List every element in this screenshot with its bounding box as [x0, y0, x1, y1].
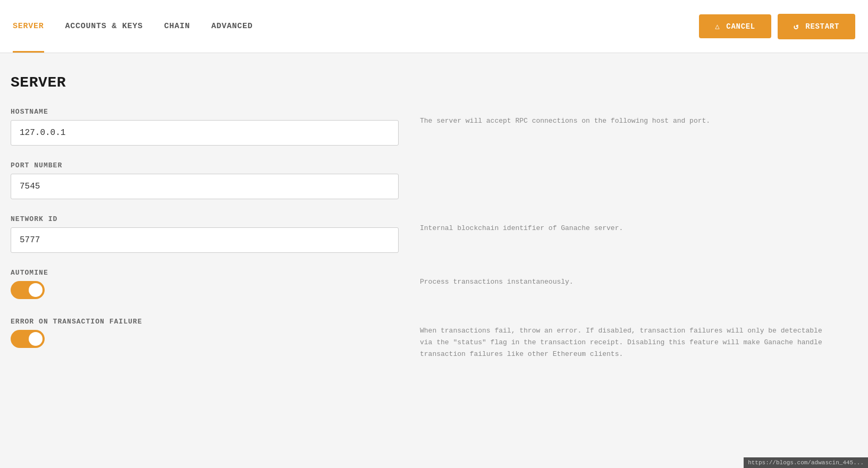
hostname-row: HOSTNAME The server will accept RPC conn… — [11, 108, 829, 146]
error-transaction-desc-text: When transactions fail, throw an error. … — [420, 318, 829, 360]
automine-knob — [29, 283, 43, 297]
network-id-row: NETWORK ID Internal blockchain identifie… — [11, 215, 829, 253]
main-content: SERVER HOSTNAME The server will accept R… — [0, 53, 850, 397]
hostname-label: HOSTNAME — [11, 108, 399, 116]
port-desc-text — [420, 161, 829, 169]
automine-description: Process transactions instantaneously. — [420, 269, 829, 288]
error-transaction-label: ERROR ON TRANSACTION FAILURE — [11, 318, 399, 326]
restart-label: RESTART — [805, 22, 839, 31]
nav-tabs: SERVER ACCOUNTS & KEYS CHAIN ADVANCED — [13, 0, 253, 53]
automine-desc-text: Process transactions instantaneously. — [420, 269, 829, 288]
status-bar-text: https://blogs.com/adwascin_445... — [748, 460, 864, 466]
automine-label: AUTOMINE — [11, 269, 399, 277]
status-bar: https://blogs.com/adwascin_445... — [744, 457, 868, 468]
page-title: SERVER — [11, 74, 829, 91]
hostname-input[interactable] — [11, 120, 399, 146]
automine-toggle-left: AUTOMINE — [11, 269, 399, 302]
error-transaction-toggle[interactable] — [11, 330, 45, 348]
error-transaction-toggle-left: ERROR ON TRANSACTION FAILURE — [11, 318, 399, 351]
error-transaction-description: When transactions fail, throw an error. … — [420, 318, 829, 360]
error-transaction-row: ERROR ON TRANSACTION FAILURE When transa… — [11, 318, 829, 360]
cancel-label: CANCEL — [726, 22, 755, 31]
error-transaction-knob — [29, 332, 43, 346]
hostname-field-left: HOSTNAME — [11, 108, 399, 146]
warning-icon — [715, 22, 722, 31]
automine-row: AUTOMINE Process transactions instantane… — [11, 269, 829, 302]
network-id-desc-text: Internal blockchain identifier of Ganach… — [420, 215, 829, 234]
tab-accounts-keys[interactable]: ACCOUNTS & KEYS — [65, 0, 143, 53]
port-input[interactable] — [11, 174, 399, 199]
port-number-row: PORT NUMBER — [11, 161, 829, 199]
port-label: PORT NUMBER — [11, 161, 399, 169]
header: SERVER ACCOUNTS & KEYS CHAIN ADVANCED CA… — [0, 0, 868, 53]
port-field-left: PORT NUMBER — [11, 161, 399, 199]
tab-advanced[interactable]: ADVANCED — [212, 0, 253, 53]
cancel-button[interactable]: CANCEL — [699, 14, 771, 38]
network-id-label: NETWORK ID — [11, 215, 399, 223]
network-id-description: Internal blockchain identifier of Ganach… — [420, 215, 829, 234]
tab-chain[interactable]: CHAIN — [164, 0, 190, 53]
network-id-input[interactable] — [11, 227, 399, 253]
restart-icon — [794, 21, 801, 32]
hostname-desc-text: The server will accept RPC connections o… — [420, 108, 829, 127]
hostname-description: The server will accept RPC connections o… — [420, 108, 829, 127]
tab-server[interactable]: SERVER — [13, 0, 44, 53]
automine-toggle[interactable] — [11, 281, 45, 299]
restart-button[interactable]: RESTART — [778, 14, 855, 39]
port-description — [420, 161, 829, 169]
network-field-left: NETWORK ID — [11, 215, 399, 253]
header-buttons: CANCEL RESTART — [699, 14, 855, 39]
